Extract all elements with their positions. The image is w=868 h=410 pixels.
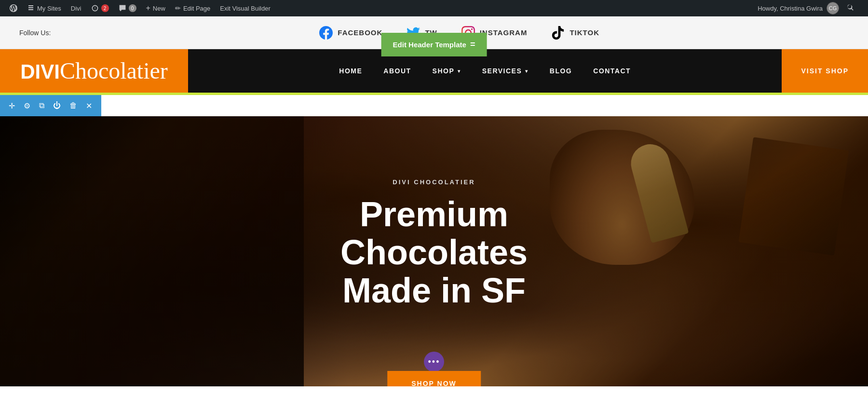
more-options-icon[interactable]: ⋮ [99,99,110,112]
facebook-icon [319,26,333,40]
exit-vb-menu[interactable]: Exit Visual Builder [215,0,275,16]
hero-section: DIVI CHOCOLATIER Premium Chocolates Made… [0,116,868,386]
edit-page-menu[interactable]: ✏ Edit Page [170,0,215,16]
nav-item-home[interactable]: HOME [328,49,373,93]
hero-cta-button[interactable]: SHOP NOW [387,371,481,386]
my-sites-menu[interactable]: My Sites [22,0,66,16]
admin-bar-right: Howdy, Christina Gwira CG [753,2,863,14]
new-label: New [153,5,165,12]
comments-count: 0 [129,4,136,12]
duplicate-icon[interactable]: ⧉ [37,99,46,112]
hero-title-line2: Made in SF [342,271,526,310]
visit-shop-button[interactable]: VISIT SHOP [782,49,868,93]
hero-content: DIVI CHOCOLATIER Premium Chocolates Made… [265,178,603,325]
nav-item-blog[interactable]: BLOG [539,49,583,93]
accent-line [0,93,868,95]
divi-menu[interactable]: Divi [66,0,86,16]
logo-text: DIVIChocolatier [20,59,168,82]
facebook-label: FACEBOOK [338,28,382,37]
facebook-link[interactable]: FACEBOOK [319,26,382,40]
trash-icon[interactable]: 🗑 [68,99,79,112]
comments-menu[interactable]: 0 [114,0,141,16]
tiktok-icon [551,26,565,40]
user-avatar[interactable]: CG [827,2,839,14]
visit-shop-label: VISIT SHOP [801,67,849,75]
new-content-menu[interactable]: + New [141,0,170,16]
tiktok-link[interactable]: TIKTOK [551,26,599,40]
my-sites-label: My Sites [37,5,61,12]
hero-cta-label: SHOP NOW [411,380,457,386]
howdy-text: Howdy, Christina Gwira [758,5,823,12]
edit-header-template-button[interactable]: Edit Header Template [381,33,487,56]
divi-label: Divi [71,5,81,12]
instagram-label: INSTAGRAM [480,28,528,37]
nav-item-contact[interactable]: CONTACT [583,49,641,93]
hero-title-line1: Premium Chocolates [340,195,528,272]
hero-subtitle: DIVI CHOCOLATIER [265,178,603,186]
settings-icon[interactable]: ⚙ [22,99,32,112]
exit-vb-label: Exit Visual Builder [220,5,271,12]
add-module-icon[interactable]: ✛ [7,99,17,112]
toggle-visibility-icon[interactable]: ⏻ [51,99,63,112]
close-icon[interactable]: ✕ [84,99,94,112]
dots-symbol: ••• [428,357,440,367]
tiktok-label: TIKTOK [570,28,599,37]
wp-admin-bar: My Sites Divi 2 0 + New ✏ Edit Page Exit… [0,0,868,16]
hero-dots-container: ••• [424,352,444,372]
edit-header-label: Edit Header Template [393,41,466,49]
module-toolbar: ✛ ⚙ ⧉ ⏻ 🗑 ✕ ⋮ [0,95,101,116]
edit-page-label: Edit Page [183,5,210,12]
top-bar: Edit Header Template Follow Us: FACEBOOK… [0,16,868,49]
shop-dropdown-arrow: ▾ [458,68,461,74]
hero-dots-button[interactable]: ••• [424,352,444,372]
admin-search-icon[interactable] [843,4,858,13]
logo[interactable]: DIVIChocolatier [0,49,188,93]
logo-part1: DIVI [20,60,60,83]
follow-us-label: Follow Us: [19,29,51,37]
logo-part2: Chocolatier [60,58,168,83]
services-dropdown-arrow: ▾ [525,68,529,74]
updates-menu[interactable]: 2 [86,0,114,16]
hero-title: Premium Chocolates Made in SF [265,195,603,310]
updates-count: 2 [101,4,109,12]
wp-logo[interactable] [5,0,22,16]
